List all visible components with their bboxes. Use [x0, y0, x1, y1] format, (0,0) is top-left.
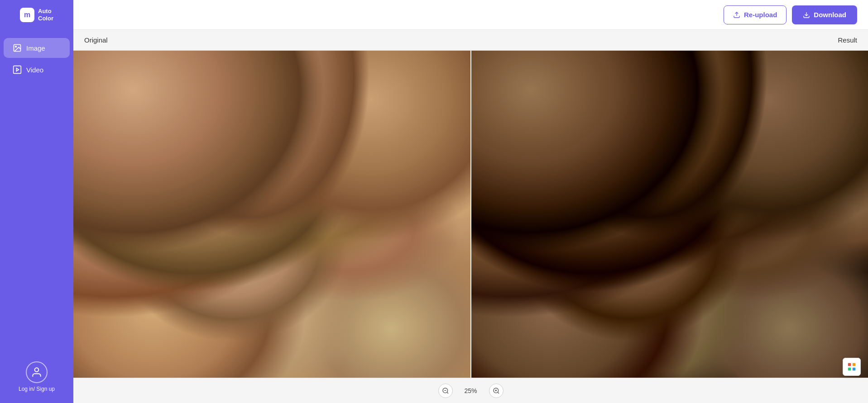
- original-label: Original: [84, 36, 108, 44]
- sidebar: Image Video Log in/ Sign up: [0, 30, 73, 403]
- svg-marker-5: [16, 68, 19, 71]
- image-icon: [13, 43, 22, 52]
- download-icon: [803, 11, 810, 19]
- header-actions: Re-upload Download: [724, 5, 857, 24]
- image-comparison-area: [73, 51, 868, 378]
- result-label: Result: [838, 36, 857, 44]
- avatar: [26, 361, 48, 383]
- svg-rect-4: [14, 66, 21, 74]
- zoom-out-button[interactable]: [438, 384, 453, 398]
- sidebar-item-video[interactable]: Video: [4, 60, 70, 80]
- sidebar-item-image[interactable]: Image: [4, 38, 70, 58]
- header: m Auto Color Re-upload Download: [0, 0, 868, 30]
- upload-icon: [733, 11, 740, 19]
- result-image: [471, 51, 868, 378]
- content-area: Original Result 25%: [73, 30, 868, 403]
- zoom-controls: 25%: [73, 378, 868, 403]
- svg-point-6: [35, 368, 39, 372]
- svg-line-8: [447, 392, 448, 394]
- image-divider: [470, 51, 471, 378]
- video-icon: [13, 65, 22, 74]
- zoom-out-icon: [442, 387, 449, 394]
- svg-rect-15: [853, 363, 855, 366]
- zoom-in-icon: [493, 387, 500, 394]
- logo-icon: m: [20, 8, 34, 22]
- download-button[interactable]: Download: [792, 5, 857, 24]
- main-layout: Image Video Log in/ Sign up Original: [0, 30, 868, 403]
- sidebar-user[interactable]: Log in/ Sign up: [19, 361, 55, 392]
- logo-area: m Auto Color: [0, 0, 73, 30]
- zoom-value: 25%: [460, 387, 482, 394]
- sidebar-item-image-label: Image: [26, 44, 45, 52]
- svg-rect-17: [853, 368, 855, 370]
- feedback-widget[interactable]: [843, 358, 861, 376]
- sidebar-item-video-label: Video: [26, 66, 43, 74]
- result-panel: [471, 51, 868, 378]
- svg-point-3: [15, 46, 17, 47]
- logo-text: Auto Color: [38, 8, 53, 22]
- login-label: Log in/ Sign up: [19, 386, 55, 392]
- zoom-in-button[interactable]: [489, 384, 504, 398]
- original-panel: [73, 51, 470, 378]
- original-image: [73, 51, 470, 378]
- svg-rect-14: [848, 363, 851, 366]
- svg-rect-16: [848, 368, 851, 370]
- feedback-icon: [847, 362, 857, 372]
- svg-line-11: [498, 392, 499, 394]
- reupload-button[interactable]: Re-upload: [724, 5, 786, 24]
- image-labels-bar: Original Result: [73, 30, 868, 51]
- user-icon: [31, 366, 43, 378]
